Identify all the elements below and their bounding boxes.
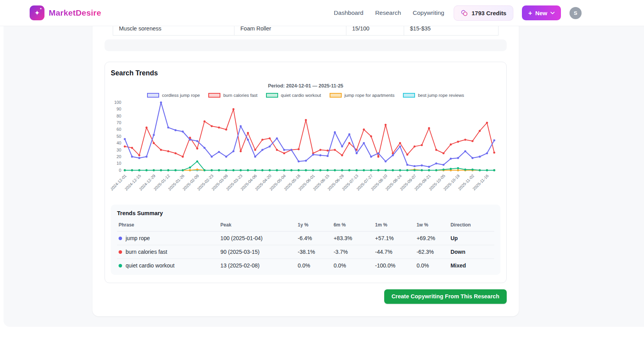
legend-item-2[interactable]: quiet cardio workout (266, 93, 321, 98)
data-point (124, 138, 126, 140)
data-point (174, 169, 176, 171)
legend-item-3[interactable]: jump rope for apartments (330, 93, 394, 98)
data-point (399, 169, 401, 171)
data-point (276, 169, 278, 171)
data-point (486, 152, 488, 154)
summary-column-header: Phrase (117, 220, 219, 232)
data-point (131, 147, 133, 149)
summary-row: burn calories fast90 (2025-03-15)-38.1%-… (117, 245, 494, 259)
trends-summary-table: PhrasePeak1y %6m %1m %1w %Direction jump… (117, 220, 494, 273)
data-point (319, 149, 321, 151)
data-point (493, 139, 495, 141)
data-point (138, 154, 140, 156)
credits-badge[interactable]: 1793 Credits (454, 5, 513, 21)
data-point (341, 154, 343, 156)
data-point (421, 169, 423, 171)
chevron-down-icon (550, 12, 555, 14)
data-point (370, 169, 372, 171)
data-point (457, 157, 459, 159)
brand[interactable]: ✦ ✦ MarketDesire (30, 5, 101, 20)
chart-legend: cordless jump ropeburn calories fastquie… (111, 93, 500, 98)
legend-item-4[interactable]: best jump rope reviews (403, 93, 464, 98)
sparkles-icon: ✦ ✦ (30, 5, 44, 20)
data-point (225, 128, 227, 130)
nav-research[interactable]: Research (375, 9, 401, 16)
data-point (131, 169, 133, 171)
legend-swatch (403, 93, 415, 98)
legend-swatch (208, 93, 220, 98)
data-point (196, 169, 198, 171)
summary-percent-cell: +83.3% (332, 232, 373, 245)
data-point (211, 169, 213, 171)
data-point (493, 169, 495, 171)
new-button[interactable]: + New (522, 5, 561, 20)
credits-label: 1793 Credits (472, 10, 506, 16)
data-point (124, 169, 126, 171)
data-point (421, 144, 423, 146)
data-point (312, 169, 314, 171)
data-point (370, 156, 372, 158)
data-point (435, 149, 437, 151)
data-point (298, 148, 300, 150)
data-point (138, 169, 140, 171)
legend-item-1[interactable]: burn calories fast (208, 93, 257, 98)
summary-phrase-cell: quiet cardio workout (117, 259, 219, 273)
data-point (385, 169, 387, 171)
data-point (261, 169, 263, 171)
data-point (421, 164, 423, 166)
data-point (356, 152, 358, 154)
search-trends-title: Search Trends (111, 69, 500, 77)
legend-label: quiet cardio workout (281, 93, 321, 98)
data-point (240, 125, 241, 127)
data-point (428, 166, 430, 168)
data-point (334, 169, 336, 171)
data-point (189, 139, 191, 141)
data-point (225, 156, 227, 158)
data-point (464, 139, 466, 141)
chart-area: 01020304050607080901002024-12-012024-12-… (111, 99, 500, 198)
data-point (363, 169, 365, 171)
data-point (406, 164, 408, 166)
create-copywriting-button[interactable]: Create Copywriting From This Research (384, 289, 507, 304)
data-point (153, 134, 155, 136)
summary-peak-cell: 90 (2025-03-15) (219, 245, 296, 259)
data-point (377, 156, 379, 158)
data-point (247, 139, 249, 141)
data-point (442, 152, 444, 154)
nav-copywriting[interactable]: Copywriting (413, 9, 444, 16)
summary-column-header: 1w % (415, 220, 449, 232)
data-point (276, 137, 278, 139)
summary-header-row: PhrasePeak1y %6m %1m %1w %Direction (117, 220, 494, 232)
data-point (298, 160, 300, 162)
avatar[interactable]: S (569, 7, 582, 19)
data-point (124, 146, 126, 148)
legend-item-0[interactable]: cordless jump rope (147, 93, 200, 98)
summary-percent-cell: +69.2% (415, 232, 449, 245)
summary-column-header: 1m % (374, 220, 415, 232)
data-point (204, 147, 206, 149)
y-axis-tick: 60 (117, 127, 121, 132)
data-point (204, 169, 206, 171)
data-point (442, 169, 444, 171)
data-point (167, 169, 169, 171)
data-point (450, 168, 452, 170)
data-point (435, 162, 437, 164)
data-point (399, 146, 401, 148)
data-point (392, 169, 394, 171)
data-point (211, 156, 213, 158)
data-point (218, 127, 220, 128)
new-button-label: New (535, 10, 547, 16)
nav-dashboard[interactable]: Dashboard (334, 9, 364, 16)
data-point (261, 149, 263, 151)
series-color-dot (119, 264, 122, 267)
brand-name: MarketDesire (49, 8, 101, 18)
data-point (450, 143, 452, 145)
data-point (312, 153, 314, 155)
data-point (305, 160, 307, 162)
summary-percent-cell: -6.4% (296, 232, 332, 245)
data-point (493, 152, 495, 153)
data-point (356, 169, 358, 171)
data-point (341, 169, 343, 171)
data-point (160, 102, 162, 103)
data-point (479, 169, 481, 171)
